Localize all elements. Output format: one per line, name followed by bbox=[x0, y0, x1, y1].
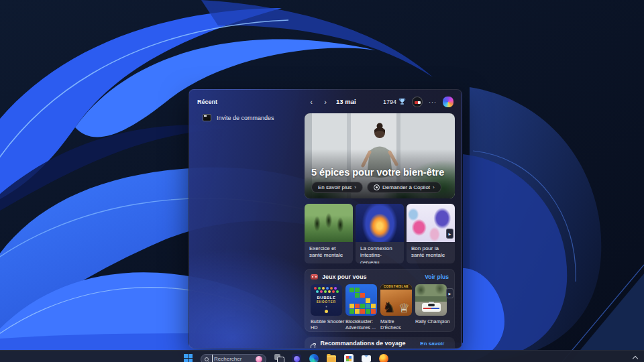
search-highlight-image bbox=[256, 356, 262, 362]
news-card-gut-brain[interactable]: La connexion intestins-cerveau bbox=[356, 204, 404, 263]
game-blockbuster[interactable]: BlockBuster: Adventures ... bbox=[345, 284, 377, 331]
chevron-right-icon: › bbox=[433, 184, 435, 190]
hero-learn-more-button[interactable]: En savoir plus › bbox=[311, 182, 363, 193]
start-button[interactable] bbox=[184, 354, 193, 362]
desktop: Récent Invite de commandes ‹ › 13 mai 17… bbox=[0, 0, 644, 362]
bubble-art-text: BUBBLE bbox=[311, 296, 342, 300]
feed-column: ‹ › 13 mai 1794 ··· bbox=[305, 90, 455, 348]
rally-car-art bbox=[422, 303, 441, 312]
recent-item-command-prompt[interactable]: Invite de commandes bbox=[197, 114, 297, 121]
news-card-title: Bon pour la santé mentale bbox=[407, 242, 455, 263]
games-icon bbox=[311, 274, 318, 280]
hero-ask-copilot-button[interactable]: Demander à Copilot › bbox=[367, 182, 441, 193]
game-title: Maître D'Échecs bbox=[380, 318, 415, 331]
command-prompt-icon bbox=[203, 114, 211, 121]
games-section-title: Jeux pour vous bbox=[322, 274, 367, 280]
games-carousel-next-button[interactable]: ▶ bbox=[446, 288, 453, 298]
copilot-mini-icon bbox=[374, 184, 380, 190]
bubble-dots-art bbox=[314, 287, 317, 290]
edge-browser-icon[interactable] bbox=[309, 354, 319, 362]
microsoft-store-icon[interactable] bbox=[344, 354, 354, 362]
game-title: Bubble Shooter HD bbox=[311, 318, 345, 331]
news-card-title: Exercice et santé mentale bbox=[305, 242, 353, 263]
chevron-right-icon: › bbox=[354, 184, 356, 190]
travel-title: Recommandations de voyage pour vous bbox=[320, 340, 411, 349]
search-placeholder-text: Rechercher bbox=[212, 355, 252, 362]
hero-learn-more-label: En savoir plus bbox=[318, 184, 352, 190]
game-art-chess: CODETHISLAB ♞ ♕ bbox=[380, 284, 412, 316]
firefox-browser-icon[interactable] bbox=[379, 354, 388, 362]
chess-banner-text: CODETHISLAB bbox=[380, 284, 412, 290]
game-art-blockbuster bbox=[345, 284, 377, 316]
game-tiles-row: BUBBLE SHOOTER Bubble Shooter HD BlockBu… bbox=[311, 284, 449, 331]
copilot-logo-icon[interactable] bbox=[443, 97, 453, 107]
bubble-art-text: SHOOTER bbox=[311, 300, 342, 304]
copilot-app-icon[interactable] bbox=[292, 354, 301, 362]
game-bubble-shooter[interactable]: BUBBLE SHOOTER Bubble Shooter HD bbox=[311, 284, 342, 331]
hero-ask-copilot-label: Demander à Copilot bbox=[382, 184, 430, 190]
tetris-blocks-art bbox=[350, 288, 354, 292]
taskbar-search-input[interactable]: Rechercher bbox=[201, 354, 266, 362]
taskbar-center-group: Rechercher bbox=[184, 354, 388, 362]
feed-header: ‹ › 13 mai 1794 ··· bbox=[305, 90, 455, 113]
rewards-points-value: 1794 bbox=[383, 99, 396, 105]
luggage-icon bbox=[311, 345, 315, 349]
game-rally-champion[interactable]: Rally Champion bbox=[415, 284, 447, 331]
news-cards-row: Exercice et santé mentale La connexion i… bbox=[305, 204, 455, 263]
tray-chevron-icon[interactable] bbox=[633, 356, 638, 361]
news-carousel-next-button[interactable]: ▶ bbox=[446, 229, 453, 239]
travel-learn-more-link[interactable]: En savoir plus bbox=[420, 341, 449, 349]
recent-section: Récent Invite de commandes bbox=[189, 90, 305, 348]
feed-next-button[interactable]: › bbox=[321, 98, 329, 106]
hero-title: 5 épices pour votre bien-être bbox=[311, 167, 449, 178]
news-image-gut-brain bbox=[356, 204, 404, 242]
task-view-button[interactable] bbox=[274, 354, 284, 362]
mail-app-icon[interactable] bbox=[362, 355, 371, 362]
feed-prev-button[interactable]: ‹ bbox=[307, 98, 315, 106]
games-section: Jeux pour vous Voir plus BUBBLE SHOOTER … bbox=[305, 269, 455, 332]
rewards-trophy-icon bbox=[398, 98, 406, 105]
game-art-rally bbox=[415, 284, 447, 316]
game-title: BlockBuster: Adventures ... bbox=[345, 318, 380, 331]
search-icon bbox=[205, 357, 209, 361]
games-see-more-link[interactable]: Voir plus bbox=[425, 274, 449, 280]
news-image-exercise bbox=[305, 204, 353, 242]
game-title: Rally Champion bbox=[415, 318, 450, 324]
more-options-button[interactable]: ··· bbox=[429, 99, 437, 105]
hero-article-card[interactable]: 5 épices pour votre bien-être En savoir … bbox=[305, 113, 455, 198]
news-card-title: La connexion intestins-cerveau bbox=[356, 242, 404, 263]
profile-avatar[interactable] bbox=[412, 97, 423, 107]
feed-date: 13 mai bbox=[336, 98, 356, 105]
news-card-exercise[interactable]: Exercice et santé mentale bbox=[305, 204, 353, 263]
file-explorer-icon[interactable] bbox=[327, 355, 336, 362]
recent-item-label: Invite de commandes bbox=[217, 115, 274, 121]
taskbar: Rechercher bbox=[0, 350, 644, 362]
recent-title: Récent bbox=[197, 99, 297, 105]
chess-queen-glyph: ♕ bbox=[398, 302, 410, 314]
game-art-bubble-shooter: BUBBLE SHOOTER bbox=[311, 284, 342, 316]
rewards-points-badge[interactable]: 1794 bbox=[383, 98, 406, 105]
game-chess-master[interactable]: CODETHISLAB ♞ ♕ Maître D'Échecs bbox=[380, 284, 412, 331]
widgets-panel: Récent Invite de commandes ‹ › 13 mai 17… bbox=[189, 89, 462, 349]
chess-knight-glyph: ♞ bbox=[382, 300, 396, 315]
travel-recommendations-card[interactable]: Recommandations de voyage pour vous En s… bbox=[305, 337, 455, 349]
bubble-shooter-cannon bbox=[325, 310, 328, 313]
